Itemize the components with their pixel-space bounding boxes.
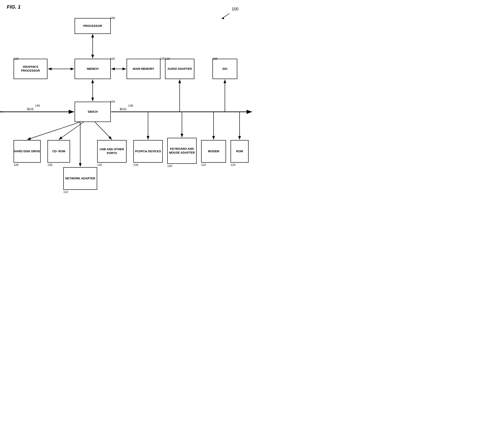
processor-box: PROCESSOR <box>75 18 111 34</box>
keyboard-mouse-box: KEYBOARD AND MOUSE ADAPTER <box>167 138 197 164</box>
modem-box: MODEM <box>201 140 226 163</box>
diagram-container: FIG. 1 100 PROCESSOR 106 NB/MCH 102 MAIN… <box>0 0 252 214</box>
sb-ich-ref: 104 <box>110 100 115 103</box>
graphics-processor-box: GRAPHICS PROCESSOR <box>14 59 47 79</box>
modem-ref: 122 <box>201 163 206 167</box>
audio-adapter-box: AUDIO ADAPTER <box>165 59 194 79</box>
ref-100-label: 100 <box>232 7 238 11</box>
svg-line-0 <box>223 14 229 18</box>
nb-mch-ref: 102 <box>110 57 115 60</box>
audio-adapter-ref: 116 <box>165 57 170 60</box>
cd-rom-ref: 130 <box>47 163 53 167</box>
bus-138-ref: 138 <box>128 104 133 107</box>
hard-disk-drive-ref: 126 <box>14 163 18 167</box>
svg-line-16 <box>95 122 112 140</box>
processor-ref: 106 <box>110 16 115 20</box>
pci-devices-box: PCI/PCIe DEVICES <box>133 140 163 163</box>
pci-devices-ref: 134 <box>133 163 138 167</box>
svg-line-14 <box>59 122 84 140</box>
sio-box: SIO <box>212 59 237 79</box>
network-adapter-box: NETWORK ADAPTER <box>63 167 97 190</box>
rom-ref: 124 <box>231 163 235 167</box>
svg-line-13 <box>27 122 80 140</box>
rom-box: ROM <box>231 140 249 163</box>
graphics-processor-ref: 110 <box>14 57 18 60</box>
bus-140-ref: 140 <box>35 104 40 107</box>
hard-disk-drive-box: HARD DISK DRIVE <box>14 140 41 163</box>
bus-140-label: BUS <box>27 107 34 111</box>
usb-ports-ref: 132 <box>97 163 102 167</box>
network-adapter-ref: 112 <box>63 190 68 194</box>
cd-rom-box: CD- ROM <box>47 140 70 163</box>
main-memory-box: MAIN MEMORY <box>126 59 161 79</box>
sio-ref: 136 <box>212 57 217 60</box>
arrow-100-icon <box>219 12 231 19</box>
svg-marker-11 <box>0 111 2 113</box>
usb-ports-box: USB AND OTHER PORTS <box>97 140 126 163</box>
sb-ich-box: SB/ICH <box>75 102 111 122</box>
fig-label: FIG. 1 <box>7 4 21 10</box>
keyboard-mouse-ref: 120 <box>167 164 172 168</box>
bus-138-label: BUS <box>120 107 126 111</box>
main-memory-ref: 108 <box>160 57 165 60</box>
nb-mch-box: NB/MCH <box>75 59 111 79</box>
